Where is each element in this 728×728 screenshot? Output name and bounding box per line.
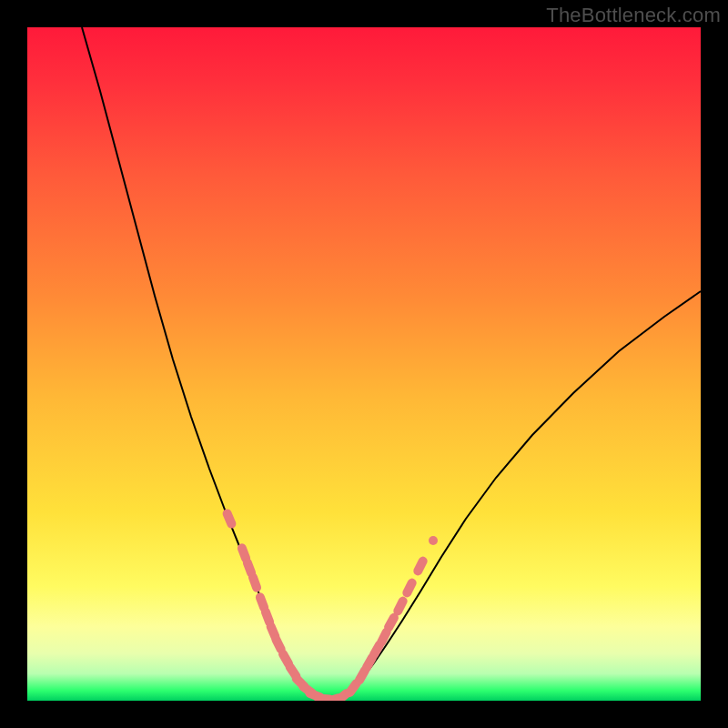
marker-bead bbox=[381, 632, 386, 642]
chart-svg bbox=[27, 27, 701, 701]
curve-right-branch bbox=[348, 291, 701, 693]
chart-frame: TheBottleneck.com bbox=[0, 0, 728, 728]
marker-bead bbox=[359, 671, 365, 680]
marker-bead bbox=[350, 683, 357, 693]
highlighted-markers bbox=[228, 513, 433, 701]
marker-bead bbox=[418, 561, 422, 571]
marker-bead bbox=[248, 562, 251, 572]
marker-bead bbox=[338, 693, 346, 701]
marker-bead bbox=[266, 612, 269, 622]
plot-area bbox=[27, 27, 701, 701]
marker-bead bbox=[253, 577, 257, 587]
marker-bead bbox=[276, 640, 280, 650]
marker-bead bbox=[398, 602, 402, 612]
marker-bead bbox=[228, 513, 232, 523]
marker-bead bbox=[367, 658, 372, 667]
marker-bead bbox=[271, 626, 276, 636]
marker-bead bbox=[260, 597, 264, 607]
curve-left-branch bbox=[82, 27, 311, 693]
marker-bead bbox=[283, 654, 288, 663]
marker-bead bbox=[389, 618, 394, 627]
watermark-text: TheBottleneck.com bbox=[546, 4, 721, 27]
marker-bead bbox=[374, 645, 379, 654]
marker-bead bbox=[242, 548, 246, 558]
marker-bead bbox=[407, 583, 411, 593]
